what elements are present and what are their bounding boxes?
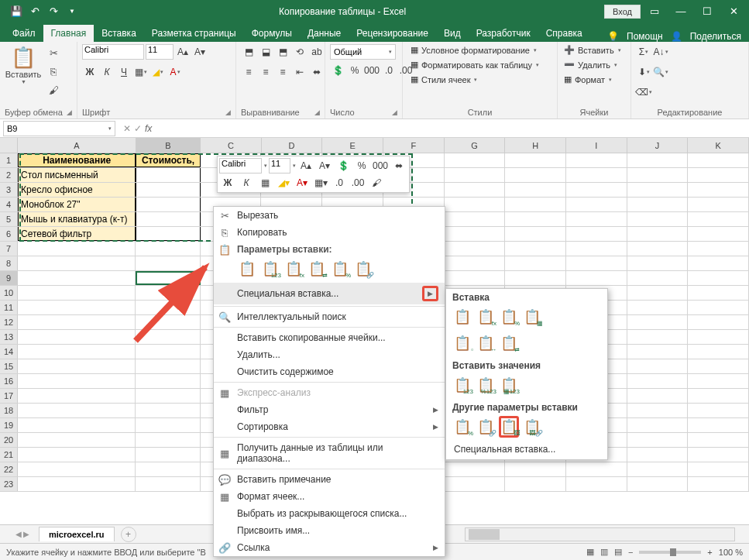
col-header-c[interactable]: C [201, 138, 262, 153]
insert-cells-button[interactable]: ➕Вставить▾ [562, 44, 623, 56]
fill-color-icon[interactable]: ◢▾ [150, 64, 166, 80]
share-label[interactable]: Поделиться [690, 31, 741, 42]
cell-a6[interactable]: Сетевой фильтр [18, 227, 136, 241]
row-header-5[interactable]: 5 [0, 212, 18, 226]
cm-cut[interactable]: ✂Вырезать [214, 207, 445, 224]
tab-developer[interactable]: Разработчик [469, 25, 538, 42]
name-box[interactable]: B9▾ [3, 121, 115, 136]
row-header-9[interactable]: 9 [0, 271, 18, 285]
sub-paste-formulas-icon[interactable]: 📋fx [476, 306, 496, 328]
row-header-8[interactable]: 8 [0, 256, 18, 270]
mini-bold-button[interactable]: Ж [219, 175, 236, 191]
autosum-icon[interactable]: Σ▾ [636, 44, 651, 60]
row-header-7[interactable]: 7 [0, 242, 18, 256]
number-format-select[interactable]: Общий▾ [330, 44, 396, 60]
sub-values-numfmt-icon[interactable]: 📋%123 [476, 374, 496, 396]
col-header-e[interactable]: E [322, 138, 383, 153]
cell-b1[interactable]: Стоимость, [136, 153, 200, 167]
row-header-1[interactable]: 1 [0, 153, 18, 167]
clear-icon[interactable]: ⌫▾ [636, 84, 651, 100]
font-launcher-icon[interactable]: ◢ [225, 108, 231, 116]
copy-icon[interactable]: ⎘ [45, 63, 62, 80]
sub-paste-transpose-icon[interactable]: 📋⇄ [499, 332, 519, 354]
paste-all-icon[interactable]: 📋 [237, 258, 257, 280]
cancel-formula-icon[interactable]: ✕ [123, 123, 131, 134]
enter-formula-icon[interactable]: ✓ [134, 123, 142, 134]
mini-percent-icon[interactable]: % [353, 158, 370, 173]
col-header-f[interactable]: F [383, 138, 445, 153]
align-center-icon[interactable]: ≡ [258, 64, 273, 80]
col-header-k[interactable]: K [688, 138, 749, 153]
mini-comma-icon[interactable]: 000 [372, 158, 389, 173]
zoom-out-icon[interactable]: − [628, 548, 633, 557]
comma-icon[interactable]: 000 [364, 63, 380, 78]
decrease-indent-icon[interactable]: ⇤ [292, 64, 308, 80]
sheet-add-button[interactable]: + [121, 527, 136, 542]
paste-transpose-icon[interactable]: 📋⇄ [307, 258, 327, 280]
undo-icon[interactable]: ↶ [26, 3, 43, 20]
mini-font-name[interactable]: Calibri [219, 158, 262, 173]
paste-formulas-icon[interactable]: 📋fx [283, 258, 304, 280]
row-header-16[interactable]: 16 [0, 374, 18, 388]
mini-font-color-icon[interactable]: A▾ [294, 175, 311, 191]
cm-smart-lookup[interactable]: 🔍Интеллектуальный поиск [214, 308, 445, 325]
sub-paste-noborders-icon[interactable]: 📋▫ [452, 332, 472, 354]
row-header-6[interactable]: 6 [0, 227, 18, 241]
sub-paste-keep-src-icon[interactable]: 📋▦ [522, 306, 542, 328]
borders-icon[interactable]: ▦▾ [133, 64, 149, 80]
sub-special-paste[interactable]: Специальная вставка... [446, 441, 607, 458]
cell-a4[interactable]: Моноблок 27" [18, 198, 136, 211]
mini-italic-button[interactable]: К [238, 175, 255, 191]
mini-merge-icon[interactable]: ⬌ [390, 158, 407, 173]
paste-button[interactable]: 📋 Вставить ▼ [5, 44, 42, 86]
col-header-h[interactable]: H [505, 138, 566, 153]
tab-file[interactable]: Файл [5, 25, 43, 42]
font-color-icon[interactable]: A▾ [167, 64, 183, 80]
mini-inc-dec-icon[interactable]: .0 [331, 175, 348, 191]
percent-icon[interactable]: % [347, 63, 362, 78]
align-left-icon[interactable]: ≡ [241, 64, 256, 80]
shrink-font-icon[interactable]: A▾ [192, 44, 208, 60]
row-header-18[interactable]: 18 [0, 404, 18, 417]
col-header-j[interactable]: J [627, 138, 689, 153]
col-header-b[interactable]: B [136, 138, 201, 153]
cm-link[interactable]: 🔗Ссылка▶ [214, 539, 445, 556]
tab-pagelayout[interactable]: Разметка страницы [144, 25, 244, 42]
cm-special-paste[interactable]: Специальная вставка...▶ [214, 283, 445, 304]
clipboard-launcher-icon[interactable]: ◢ [67, 108, 72, 116]
col-header-a[interactable]: A [18, 138, 136, 153]
cell-b2[interactable] [136, 168, 200, 182]
sub-picture-icon[interactable]: 📋🖼 [499, 416, 519, 438]
tab-home[interactable]: Главная [43, 25, 94, 42]
row-header-15[interactable]: 15 [0, 359, 18, 373]
row-header-14[interactable]: 14 [0, 345, 18, 359]
cm-dropdown-pick[interactable]: Выбрать из раскрывающегося списка... [214, 505, 445, 522]
sub-linked-picture-icon[interactable]: 📋🖼🔗 [522, 416, 542, 438]
row-header-20[interactable]: 20 [0, 433, 18, 447]
cell-a2[interactable]: Стол письменный [18, 168, 136, 182]
row-header-19[interactable]: 19 [0, 418, 18, 432]
orientation-icon[interactable]: ⟲ [292, 44, 308, 60]
sub-values-icon[interactable]: 📋123 [452, 374, 472, 396]
cm-insert-comment[interactable]: 💬Вставить примечание [214, 471, 445, 488]
cell-styles-button[interactable]: ▦Стили ячеек▾ [407, 74, 480, 85]
sheet-tab-active[interactable]: microexcel.ru [39, 527, 115, 541]
cut-icon[interactable]: ✂ [45, 44, 62, 61]
sub-values-srcfmt-icon[interactable]: 📋▦123 [499, 374, 519, 396]
conditional-formatting-button[interactable]: ▦Условное форматирование▾ [407, 44, 540, 56]
close-icon[interactable]: ✕ [721, 1, 746, 22]
view-normal-icon[interactable]: ▦ [586, 547, 594, 557]
row-header-12[interactable]: 12 [0, 315, 18, 329]
qat-customize-icon[interactable]: ▼ [64, 3, 81, 20]
cell-b5[interactable] [136, 212, 200, 226]
tab-view[interactable]: Вид [436, 25, 469, 42]
grow-font-icon[interactable]: A▴ [175, 44, 191, 60]
view-page-icon[interactable]: ▥ [600, 547, 608, 557]
redo-icon[interactable]: ↷ [45, 3, 62, 20]
tab-formulas[interactable]: Формулы [244, 25, 300, 42]
cell-a1[interactable]: Наименование [18, 153, 136, 167]
col-header-i[interactable]: I [566, 138, 627, 153]
sheet-nav-prev-icon[interactable]: ◀ [15, 530, 22, 538]
mini-fill-color-icon[interactable]: ◢▾ [275, 175, 292, 191]
tab-help[interactable]: Справка [538, 25, 590, 42]
